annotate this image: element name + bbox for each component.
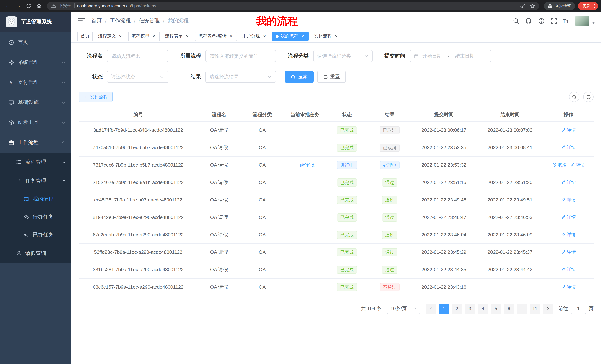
next-page-button[interactable] — [543, 303, 553, 314]
browser-home-button[interactable] — [34, 1, 44, 10]
cancel-action-button[interactable]: 取消 — [552, 162, 567, 168]
font-size-button[interactable]: TT — [562, 17, 571, 25]
tab-home[interactable]: 首页 — [77, 31, 93, 41]
sidebar-item-infrastructure[interactable]: 基础设施 — [0, 92, 71, 112]
pager-page-6[interactable]: 6 — [504, 303, 514, 314]
page-size-value: 10条/页 — [391, 305, 407, 312]
page-size-select[interactable]: 10条/页 — [387, 303, 421, 314]
close-tab-icon[interactable]: × — [334, 34, 339, 39]
breadcrumb-item[interactable]: 工作流程 — [110, 18, 131, 24]
sidebar-item-label: 基础设施 — [18, 99, 39, 106]
pager-page-5[interactable]: 5 — [491, 303, 501, 314]
detail-action-button[interactable]: 详情 — [561, 266, 576, 273]
detail-action-button[interactable]: 详情 — [561, 284, 576, 290]
password-key-icon[interactable] — [520, 3, 525, 8]
browser-update-button[interactable]: 更新 — [578, 2, 598, 10]
chevron-down-icon — [62, 120, 66, 125]
browser-back-button[interactable]: ← — [3, 1, 13, 10]
process-table: 编号流程名流程分类当前审批任务状态结果提交时间结束时间操作 3ad174fb-7… — [79, 108, 594, 296]
browser-reload-button[interactable] — [24, 1, 33, 10]
current-task-link[interactable]: 一级审批 — [295, 162, 315, 168]
date-separator: - — [448, 53, 449, 59]
tab-process-form-edit[interactable]: 流程表单-编辑× — [195, 31, 237, 41]
sidebar-item-dev-tools[interactable]: 研发工具 — [0, 112, 71, 133]
breadcrumb-item[interactable]: 首页 — [91, 18, 102, 24]
detail-action-button[interactable]: 详情 — [561, 179, 576, 185]
toggle-search-button[interactable] — [569, 92, 580, 102]
header-search-button[interactable] — [512, 17, 520, 25]
category-select[interactable]: 请选择流程分类 — [313, 50, 372, 62]
tab-my-process[interactable]: 我的流程× — [272, 31, 309, 41]
fullscreen-button[interactable] — [550, 17, 558, 25]
close-tab-icon[interactable]: × — [118, 34, 123, 39]
browser-forward-button[interactable]: → — [13, 1, 23, 10]
sidebar-toggle-button[interactable] — [77, 17, 85, 25]
prev-page-button[interactable] — [426, 303, 436, 314]
sidebar-item-process-management[interactable]: 流程管理 — [0, 153, 71, 172]
security-label[interactable]: 不安全 — [59, 3, 71, 9]
tab-process-definition[interactable]: 流程定义× — [95, 31, 126, 41]
github-link-button[interactable] — [524, 17, 533, 25]
close-tab-icon[interactable]: × — [300, 34, 305, 39]
tab-process-model[interactable]: 流程模型× — [128, 31, 160, 41]
user-avatar[interactable] — [575, 16, 589, 26]
help-doc-button[interactable] — [537, 17, 545, 25]
process-category-cell: OA — [240, 226, 284, 243]
incognito-badge: 无痕模式 — [544, 2, 575, 10]
sidebar-item-home[interactable]: 首页 — [0, 32, 71, 52]
address-bar[interactable]: 不安全 dashboard.yudao.iocoder.cn/bpm/task/… — [47, 2, 539, 10]
bookmark-star-icon[interactable] — [530, 3, 535, 8]
app-logo[interactable]: 芋道管理系统 — [0, 11, 71, 32]
pager-page-2[interactable]: 2 — [452, 303, 462, 314]
browser-menu-dots-icon[interactable] — [594, 3, 595, 8]
tab-start-process[interactable]: 发起流程× — [311, 31, 342, 41]
detail-action-button[interactable]: 详情 — [561, 127, 576, 133]
incognito-icon — [548, 3, 553, 8]
pager-page-4[interactable]: 4 — [478, 303, 488, 314]
sidebar-item-my-process[interactable]: 我的流程 — [0, 190, 71, 208]
close-tab-icon[interactable]: × — [229, 34, 234, 39]
sidebar-item-payment-management[interactable]: ¥支付管理 — [0, 72, 71, 92]
gear-icon — [8, 59, 14, 65]
breadcrumb-item: 我的流程 — [168, 18, 189, 24]
sidebar-item-workflow[interactable]: 工作流程 — [0, 133, 71, 153]
detail-action-button[interactable]: 详情 — [561, 249, 576, 255]
detail-action-button[interactable]: 详情 — [561, 144, 576, 151]
sidebar-item-todo-tasks[interactable]: 待办任务 — [0, 208, 71, 226]
detail-action-button[interactable]: 详情 — [570, 162, 585, 168]
avatar-caret-down-icon[interactable] — [592, 22, 595, 24]
goto-page-input[interactable] — [571, 303, 586, 314]
detail-action-button[interactable]: 详情 — [561, 197, 576, 203]
detail-action-button[interactable]: 详情 — [561, 231, 576, 238]
refresh-table-button[interactable] — [583, 92, 594, 102]
close-tab-icon[interactable]: × — [151, 34, 156, 39]
tab-user-group[interactable]: 用户分组× — [239, 31, 270, 41]
chevron-down-icon — [62, 160, 66, 164]
create-process-button[interactable]: ＋ 发起流程 — [79, 92, 112, 102]
breadcrumb-item[interactable]: 任务管理 — [139, 18, 160, 24]
detail-action-button[interactable]: 详情 — [561, 214, 576, 220]
pager-page-1[interactable]: 1 — [439, 303, 449, 314]
logo-image — [6, 16, 17, 28]
pager-page-3[interactable]: 3 — [465, 303, 475, 314]
sidebar: 芋道管理系统 首页系统管理¥支付管理基础设施研发工具工作流程流程管理任务管理我的… — [0, 11, 71, 364]
submit-time-cell: 2022-01-22 23:53:32 — [411, 156, 477, 174]
tab-process-form[interactable]: 流程表单× — [161, 31, 193, 41]
result-select[interactable]: 请选择流结果 — [205, 71, 276, 83]
list-icon — [16, 159, 21, 165]
process-name-input[interactable] — [107, 50, 168, 62]
sidebar-item-system-management[interactable]: 系统管理 — [0, 52, 71, 72]
close-tab-icon[interactable]: × — [262, 34, 267, 39]
status-select[interactable]: 请选择状态 — [107, 71, 168, 83]
parent-process-input[interactable] — [205, 50, 276, 62]
submit-time-cell: 2022-01-22 23:43:16 — [411, 278, 477, 296]
sidebar-item-task-management[interactable]: 任务管理 — [0, 172, 71, 190]
close-tab-icon[interactable]: × — [185, 34, 190, 39]
reset-button[interactable]: 重置 — [317, 71, 346, 83]
sidebar-item-done-tasks[interactable]: 已办任务 — [0, 226, 71, 244]
sidebar-item-leave-query[interactable]: 请假查询 — [0, 244, 71, 263]
pager-more-button[interactable]: ··· — [517, 303, 527, 314]
submit-time-range-picker[interactable]: 开始日期 - 结束日期 — [410, 50, 491, 62]
pager-page-11[interactable]: 11 — [530, 303, 540, 314]
search-button[interactable]: 搜索 — [285, 71, 313, 83]
